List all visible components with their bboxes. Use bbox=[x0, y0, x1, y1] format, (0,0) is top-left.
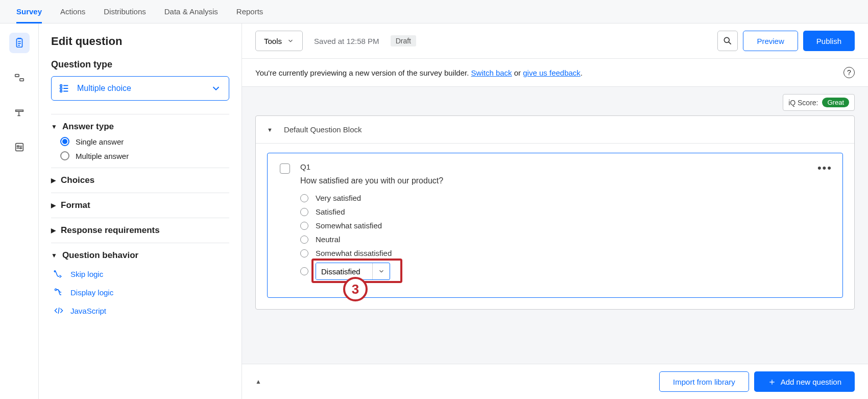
radio-icon bbox=[300, 267, 308, 275]
multiple-choice-icon bbox=[59, 83, 70, 94]
question-id: Q1 bbox=[300, 162, 830, 171]
saved-status: Saved at 12:58 PM bbox=[314, 37, 379, 45]
response-req-heading-text: Response requirements bbox=[61, 225, 160, 236]
display-logic-label: Display logic bbox=[70, 288, 113, 297]
answer-type-multiple[interactable]: Multiple answer bbox=[60, 151, 229, 160]
option-row[interactable]: Neutral bbox=[300, 235, 830, 244]
answer-type-heading[interactable]: ▼ Answer type bbox=[51, 122, 229, 132]
answer-type-single[interactable]: Single answer bbox=[60, 137, 229, 146]
banner-suffix: . bbox=[581, 68, 583, 77]
add-question-button[interactable]: ＋ Add new question bbox=[754, 371, 855, 392]
rail-flow-icon[interactable] bbox=[9, 67, 30, 88]
question-behavior-heading-text: Question behavior bbox=[62, 250, 138, 261]
caret-down-icon: ▼ bbox=[51, 252, 57, 259]
option-label: Somewhat dissatisfied bbox=[316, 249, 392, 257]
left-rail bbox=[0, 24, 39, 399]
scroll-up-icon[interactable]: ▲ bbox=[255, 378, 261, 385]
skip-logic-icon bbox=[53, 269, 64, 279]
caret-down-icon: ▼ bbox=[51, 123, 57, 130]
publish-button[interactable]: Publish bbox=[803, 31, 855, 51]
plus-icon: ＋ bbox=[767, 377, 777, 386]
switch-back-link[interactable]: Switch back bbox=[471, 68, 512, 77]
question-type-selector[interactable]: Multiple choice bbox=[51, 76, 229, 101]
rail-build-icon[interactable] bbox=[9, 33, 30, 53]
radio-icon bbox=[300, 236, 308, 244]
display-logic-icon bbox=[53, 287, 64, 297]
caret-right-icon: ▶ bbox=[51, 202, 56, 209]
banner-text: You're currently previewing a new versio… bbox=[255, 68, 471, 77]
canvas: iQ Score: Great ▼ Default Question Block… bbox=[242, 87, 868, 399]
question-behavior-heading[interactable]: ▼ Question behavior bbox=[51, 250, 229, 261]
question-card[interactable]: ••• Q1 How satisfied are you with our pr… bbox=[267, 153, 843, 298]
question-behavior-section: ▼ Question behavior Skip logic Display l… bbox=[51, 243, 229, 323]
option-label: Very satisfied bbox=[316, 194, 361, 202]
option-row[interactable]: Satisfied bbox=[300, 207, 830, 216]
block-title: Default Question Block bbox=[284, 125, 362, 134]
display-logic-link[interactable]: Display logic bbox=[53, 287, 229, 297]
choices-heading[interactable]: ▶ Choices bbox=[51, 175, 229, 185]
svg-rect-2 bbox=[19, 79, 23, 81]
sidebar: Edit question Question type Multiple cho… bbox=[39, 24, 242, 399]
radio-off-icon bbox=[60, 151, 69, 160]
question-more-icon[interactable]: ••• bbox=[817, 161, 832, 175]
svg-point-11 bbox=[725, 37, 730, 42]
question-type-value: Multiple choice bbox=[77, 84, 131, 93]
feedback-link[interactable]: give us feedback bbox=[523, 68, 581, 77]
tab-reports[interactable]: Reports bbox=[236, 0, 263, 23]
tools-label: Tools bbox=[264, 37, 282, 45]
svg-point-10 bbox=[55, 289, 57, 290]
tab-data-analysis[interactable]: Data & Analysis bbox=[164, 0, 218, 23]
main: Tools Saved at 12:58 PM Draft Preview Pu… bbox=[242, 24, 868, 399]
svg-point-7 bbox=[60, 87, 62, 89]
radio-on-icon bbox=[60, 137, 69, 146]
format-heading[interactable]: ▶ Format bbox=[51, 200, 229, 210]
answer-type-single-label: Single answer bbox=[76, 137, 124, 146]
javascript-label: JavaScript bbox=[70, 307, 106, 315]
svg-point-8 bbox=[60, 90, 62, 92]
format-section: ▶ Format bbox=[51, 193, 229, 218]
block-header[interactable]: ▼ Default Question Block bbox=[256, 116, 854, 144]
skip-logic-link[interactable]: Skip logic bbox=[53, 269, 229, 279]
preview-button[interactable]: Preview bbox=[743, 31, 798, 51]
option-row[interactable]: Somewhat dissatisfied bbox=[300, 249, 830, 257]
svg-point-6 bbox=[60, 85, 62, 87]
option-row[interactable]: Somewhat satisfied bbox=[300, 221, 830, 230]
iq-value: Great bbox=[822, 98, 849, 107]
search-button[interactable] bbox=[717, 31, 738, 51]
tools-button[interactable]: Tools bbox=[255, 31, 303, 51]
radio-icon bbox=[300, 194, 308, 202]
banner-or: or bbox=[514, 68, 523, 77]
rail-look-icon[interactable] bbox=[9, 102, 30, 123]
main-toolbar: Tools Saved at 12:58 PM Draft Preview Pu… bbox=[242, 24, 868, 59]
rail-options-icon[interactable] bbox=[9, 137, 30, 157]
option-row[interactable]: Very satisfied bbox=[300, 194, 830, 202]
preview-banner: You're currently previewing a new versio… bbox=[242, 59, 868, 87]
question-checkbox[interactable] bbox=[280, 163, 290, 174]
search-icon bbox=[722, 36, 733, 46]
chevron-down-icon bbox=[287, 37, 294, 44]
tab-distributions[interactable]: Distributions bbox=[104, 0, 146, 23]
answer-type-section: ▼ Answer type Single answer Multiple ans… bbox=[51, 114, 229, 168]
svg-rect-0 bbox=[16, 39, 22, 48]
top-tabs: Survey Actions Distributions Data & Anal… bbox=[0, 0, 868, 24]
radio-icon bbox=[300, 222, 308, 230]
canvas-footer: ▲ Import from library ＋ Add new question bbox=[242, 364, 868, 399]
question-text[interactable]: How satisfied are you with our product? bbox=[300, 176, 830, 185]
option-editing[interactable]: 3 bbox=[300, 263, 830, 280]
option-dropdown-button[interactable] bbox=[372, 263, 390, 279]
help-icon[interactable]: ? bbox=[843, 67, 855, 78]
iq-score[interactable]: iQ Score: Great bbox=[783, 94, 855, 111]
response-req-heading[interactable]: ▶ Response requirements bbox=[51, 225, 229, 236]
option-edit-input[interactable] bbox=[316, 263, 372, 279]
caret-right-icon: ▶ bbox=[51, 177, 56, 184]
option-edit-input-wrap bbox=[316, 263, 390, 280]
response-req-section: ▶ Response requirements bbox=[51, 218, 229, 243]
import-library-button[interactable]: Import from library bbox=[659, 371, 749, 392]
tab-actions[interactable]: Actions bbox=[60, 0, 85, 23]
iq-label: iQ Score: bbox=[788, 99, 818, 107]
tab-survey[interactable]: Survey bbox=[16, 0, 42, 23]
choices-heading-text: Choices bbox=[61, 175, 94, 185]
caret-right-icon: ▶ bbox=[51, 227, 56, 234]
add-question-label: Add new question bbox=[781, 378, 841, 386]
javascript-link[interactable]: JavaScript bbox=[53, 306, 229, 316]
